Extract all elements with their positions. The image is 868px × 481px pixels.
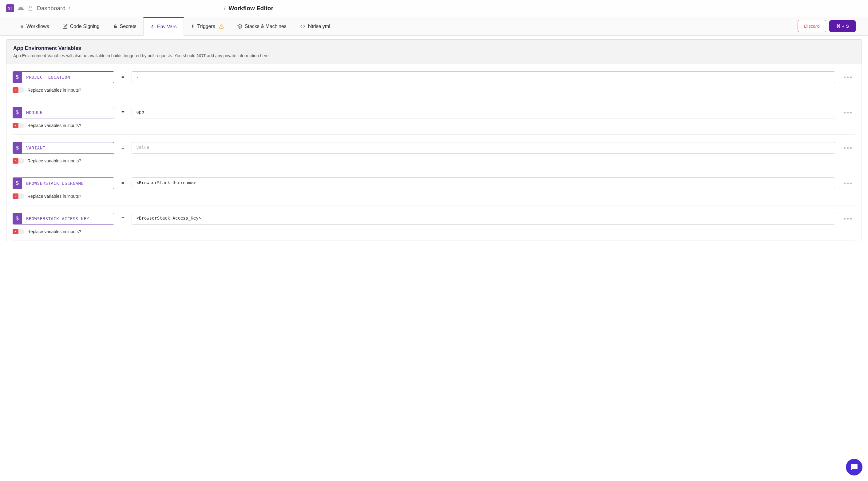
var-main: $ = <BrowserStack Access_Key> ••• bbox=[12, 213, 856, 224]
equals-sign: = bbox=[121, 74, 124, 80]
more-icon[interactable]: ••• bbox=[841, 74, 856, 81]
var-toggle-row: ✕ Replace variables in inputs? bbox=[12, 123, 856, 128]
tab-code-signing[interactable]: Code Signing bbox=[56, 17, 106, 35]
warning-icon bbox=[219, 24, 224, 29]
dollar-icon: $ bbox=[12, 142, 22, 154]
var-row: $ = . ••• ✕ Replace variables in inputs? bbox=[12, 64, 856, 99]
dollar-icon: $ bbox=[12, 71, 22, 83]
more-icon[interactable]: ••• bbox=[841, 180, 856, 187]
tab-secrets[interactable]: Secrets bbox=[106, 17, 143, 35]
replace-toggle[interactable]: ✕ bbox=[12, 123, 24, 128]
toggle-label: Replace variables in inputs? bbox=[27, 158, 81, 163]
toggle-thumb: ✕ bbox=[12, 158, 19, 163]
toggle-label: Replace variables in inputs? bbox=[27, 123, 81, 128]
replace-toggle[interactable]: ✕ bbox=[12, 158, 24, 163]
replace-toggle[interactable]: ✕ bbox=[12, 87, 24, 93]
toggle-label: Replace variables in inputs? bbox=[27, 194, 81, 199]
replace-toggle[interactable]: ✕ bbox=[12, 229, 24, 234]
var-toggle-row: ✕ Replace variables in inputs? bbox=[12, 229, 856, 234]
android-icon bbox=[18, 5, 24, 11]
panel-header: App Environment Variables App Environmen… bbox=[6, 40, 862, 64]
lock-icon bbox=[113, 24, 118, 29]
breadcrumb: Dashboard / / Workflow Editor bbox=[37, 5, 273, 12]
panel-title: App Environment Variables bbox=[13, 45, 855, 51]
dollar-icon bbox=[150, 24, 155, 30]
var-key-input[interactable] bbox=[22, 213, 114, 224]
dollar-icon: $ bbox=[12, 107, 22, 118]
tab-label: Env Vars bbox=[157, 24, 177, 30]
var-toggle-row: ✕ Replace variables in inputs? bbox=[12, 87, 856, 93]
panel-subtitle: App Environment Variables will also be a… bbox=[13, 53, 855, 58]
equals-sign: = bbox=[121, 110, 124, 115]
var-main: $ = ••• bbox=[12, 142, 856, 154]
tab-stacks[interactable]: Stacks & Machines bbox=[230, 17, 293, 35]
replace-toggle[interactable]: ✕ bbox=[12, 193, 24, 199]
svg-rect-0 bbox=[29, 8, 32, 10]
toggle-thumb: ✕ bbox=[12, 123, 19, 128]
var-value-input[interactable] bbox=[132, 142, 835, 154]
svg-marker-9 bbox=[238, 24, 242, 26]
var-value-input[interactable]: . bbox=[132, 71, 835, 83]
content-area: App Environment Variables App Environmen… bbox=[0, 36, 868, 245]
tab-bitrise-yml[interactable]: bitrise.yml bbox=[293, 17, 337, 35]
breadcrumb-dashboard[interactable]: Dashboard bbox=[37, 5, 65, 12]
breadcrumb-separator: / bbox=[224, 5, 225, 12]
tab-env-vars[interactable]: Env Vars bbox=[143, 17, 184, 36]
save-button[interactable]: ⌘ + S bbox=[829, 20, 856, 32]
bolt-icon bbox=[191, 24, 195, 29]
breadcrumb-current: Workflow Editor bbox=[229, 5, 273, 12]
var-key-input[interactable] bbox=[22, 107, 114, 118]
dollar-icon: $ bbox=[12, 213, 22, 224]
tab-label: Triggers bbox=[197, 24, 215, 29]
var-value-input[interactable]: <BrowserStack Username> bbox=[132, 177, 835, 189]
tab-label: Stacks & Machines bbox=[245, 24, 286, 29]
code-icon bbox=[300, 24, 306, 29]
layers-icon bbox=[237, 24, 242, 29]
toggle-thumb: ✕ bbox=[12, 229, 19, 234]
list-icon bbox=[19, 24, 24, 29]
lock-icon bbox=[28, 5, 33, 11]
tab-label: Code Signing bbox=[70, 24, 100, 29]
var-key-input[interactable] bbox=[22, 177, 114, 189]
tab-workflows[interactable]: Workflows bbox=[12, 17, 56, 35]
discard-button[interactable]: Discard bbox=[798, 20, 826, 32]
tab-bar: Workflows Code Signing Secrets Env Vars … bbox=[0, 17, 868, 36]
more-icon[interactable]: ••• bbox=[841, 215, 856, 222]
equals-sign: = bbox=[121, 216, 124, 221]
var-key-input[interactable] bbox=[22, 142, 114, 154]
var-row: $ = app ••• ✕ Replace variables in input… bbox=[12, 99, 856, 135]
tab-label: Workflows bbox=[26, 24, 49, 29]
equals-sign: = bbox=[121, 145, 124, 151]
avatar-initials: ST bbox=[8, 6, 12, 10]
env-vars-panel: App Environment Variables App Environmen… bbox=[6, 39, 862, 241]
var-toggle-row: ✕ Replace variables in inputs? bbox=[12, 193, 856, 199]
tab-triggers[interactable]: Triggers bbox=[184, 17, 230, 35]
dollar-icon: $ bbox=[12, 177, 22, 189]
breadcrumb-separator: / bbox=[68, 5, 70, 12]
top-header: ST Dashboard / / Workflow Editor bbox=[0, 0, 868, 17]
avatar[interactable]: ST bbox=[6, 4, 14, 12]
var-value-input[interactable]: app bbox=[132, 107, 835, 118]
var-row: $ = <BrowserStack Access_Key> ••• ✕ Repl… bbox=[12, 205, 856, 241]
var-toggle-row: ✕ Replace variables in inputs? bbox=[12, 158, 856, 163]
more-icon[interactable]: ••• bbox=[841, 145, 856, 152]
var-row: $ = ••• ✕ Replace variables in inputs? bbox=[12, 135, 856, 170]
var-main: $ = app ••• bbox=[12, 107, 856, 118]
more-icon[interactable]: ••• bbox=[841, 109, 856, 116]
var-main: $ = <BrowserStack Username> ••• bbox=[12, 177, 856, 189]
tab-label: bitrise.yml bbox=[308, 24, 330, 29]
edit-square-icon bbox=[63, 24, 68, 29]
var-list: $ = . ••• ✕ Replace variables in inputs?… bbox=[6, 64, 862, 241]
toggle-label: Replace variables in inputs? bbox=[27, 229, 81, 234]
tab-label: Secrets bbox=[120, 24, 136, 29]
var-main: $ = . ••• bbox=[12, 71, 856, 83]
toggle-label: Replace variables in inputs? bbox=[27, 88, 81, 93]
var-value-input[interactable]: <BrowserStack Access_Key> bbox=[132, 213, 835, 224]
equals-sign: = bbox=[121, 181, 124, 186]
var-row: $ = <BrowserStack Username> ••• ✕ Replac… bbox=[12, 170, 856, 205]
var-key-input[interactable] bbox=[22, 71, 114, 83]
toggle-thumb: ✕ bbox=[12, 87, 19, 93]
toggle-thumb: ✕ bbox=[12, 193, 19, 199]
